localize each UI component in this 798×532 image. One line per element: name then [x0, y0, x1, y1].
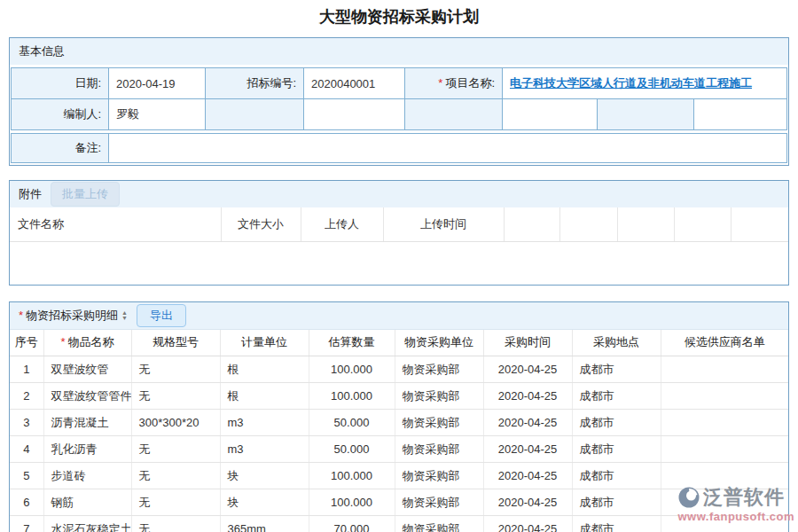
table-row[interactable]: 6钢筋无块100.000物资采购部2020-04-25成都市 [10, 489, 788, 516]
attachments-table: 文件名称文件大小上传人上传时间 [10, 207, 788, 242]
table-cell: 50.000 [309, 436, 395, 463]
table-cell: 100.000 [309, 356, 395, 383]
table-cell: 4 [10, 436, 43, 463]
details-section: * 物资招标采购明细 ▲▼ 导出 序号*物品名称规格型号计量单位估算数量物资采购… [9, 301, 789, 532]
table-cell: 物资采购部 [395, 463, 483, 489]
table-cell: m3 [220, 410, 309, 436]
table-cell: 乳化沥青 [43, 436, 131, 463]
table-cell: 根 [220, 383, 309, 410]
details-col-header: 计量单位 [220, 330, 309, 356]
table-cell [661, 436, 788, 463]
table-cell: 无 [131, 463, 220, 489]
table-cell: 2020-04-25 [483, 516, 572, 532]
table-cell: 根 [220, 356, 309, 383]
attachment-col-header [559, 207, 617, 241]
attachment-col-header: 文件大小 [221, 207, 301, 241]
table-cell: 成都市 [572, 356, 661, 383]
project-name-link[interactable]: 电子科技大学区域人行道及非机动车道工程施工 [510, 76, 752, 90]
attachment-col-header [674, 207, 731, 241]
table-cell: 物资采购部 [395, 516, 483, 532]
details-col-header: 采购地点 [572, 330, 661, 356]
table-row[interactable]: 5步道砖无块100.000物资采购部2020-04-25成都市 [10, 463, 788, 489]
basic-info-section: 基本信息 日期: 2020-04-19 招标编号: 2020040001 *项目… [9, 37, 789, 166]
export-button[interactable]: 导出 [137, 304, 186, 327]
table-cell: 100.000 [309, 489, 395, 516]
table-cell [661, 356, 788, 383]
table-cell: 沥青混凝土 [43, 410, 131, 436]
remark-form: 备注: [11, 133, 787, 163]
project-name-label: *项目名称: [405, 68, 503, 99]
details-col-header: *物品名称 [43, 330, 131, 356]
creator-label: 编制人: [12, 99, 109, 130]
details-col-header: 估算数量 [309, 330, 395, 356]
sort-icon[interactable]: ▲▼ [121, 310, 128, 321]
bid-no-label: 招标编号: [206, 68, 304, 99]
table-cell: 水泥石灰稳定土 [43, 516, 131, 532]
details-section-title: 物资招标采购明细 [26, 308, 118, 324]
table-cell [661, 410, 788, 436]
table-row[interactable]: 3沥青混凝土300*300*20m350.000物资采购部2020-04-25成… [10, 410, 788, 436]
table-cell: 100.000 [309, 463, 395, 489]
bid-no-value: 2020040001 [304, 68, 405, 99]
table-cell: 成都市 [572, 463, 661, 489]
table-cell: 物资采购部 [395, 489, 483, 516]
table-cell: 物资采购部 [395, 436, 483, 463]
table-cell: 3 [10, 410, 43, 436]
details-col-header: 采购时间 [483, 330, 572, 356]
date-label: 日期: [12, 68, 109, 99]
details-col-header: 规格型号 [131, 330, 220, 356]
batch-upload-button[interactable]: 批量上传 [51, 182, 120, 207]
table-cell [661, 463, 788, 489]
table-cell: 1 [10, 356, 43, 383]
table-cell: 2020-04-25 [483, 383, 572, 410]
table-row[interactable]: 7水泥石灰稳定土无365mm70.000物资采购部2020-04-25成都市 [10, 516, 788, 532]
details-col-header: 序号 [10, 330, 43, 356]
attachment-col-header [617, 207, 674, 241]
table-cell: 365mm [220, 516, 309, 532]
table-cell: 物资采购部 [395, 356, 483, 383]
table-cell: 2020-04-25 [483, 436, 572, 463]
table-cell: 双壁波纹管 [43, 356, 131, 383]
table-cell: 无 [131, 489, 220, 516]
table-row[interactable]: 2双壁波纹管管件无根100.000物资采购部2020-04-25成都市 [10, 383, 788, 410]
remark-label: 备注: [12, 134, 109, 163]
attachments-section-title: 附件 [19, 186, 42, 202]
table-row[interactable]: 1双壁波纹管无根100.000物资采购部2020-04-25成都市 [10, 356, 788, 383]
required-asterisk: * [19, 309, 23, 322]
required-asterisk: * [60, 335, 65, 348]
table-cell: 无 [131, 383, 220, 410]
creator-value: 罗毅 [109, 99, 206, 130]
table-cell: 70.000 [309, 516, 395, 532]
empty-label-cell [206, 99, 304, 130]
table-cell: 2020-04-25 [483, 489, 572, 516]
table-cell [661, 383, 788, 410]
table-cell: 物资采购部 [395, 410, 483, 436]
attachment-col-header: 上传时间 [383, 207, 504, 241]
empty-label-cell [598, 99, 694, 130]
details-col-header: 候选供应商名单 [661, 330, 788, 356]
table-cell: 7 [10, 516, 43, 532]
table-cell: 成都市 [572, 436, 661, 463]
table-cell: 6 [10, 489, 43, 516]
table-cell: 2020-04-25 [483, 410, 572, 436]
table-cell: 无 [131, 516, 220, 532]
empty-value-cell [304, 99, 405, 130]
table-cell: 成都市 [572, 410, 661, 436]
table-cell: 2 [10, 383, 43, 410]
project-name-cell: 电子科技大学区域人行道及非机动车道工程施工 [503, 68, 787, 99]
table-cell: 100.000 [309, 383, 395, 410]
attachment-col-header [504, 207, 559, 241]
details-table: 序号*物品名称规格型号计量单位估算数量物资采购单位采购时间采购地点候选供应商名单… [10, 330, 788, 532]
date-value: 2020-04-19 [109, 68, 206, 99]
attachment-col-header [731, 207, 788, 241]
table-cell: 物资采购部 [395, 383, 483, 410]
page-title: 大型物资招标采购计划 [0, 0, 798, 37]
table-cell: 双壁波纹管管件 [43, 383, 131, 410]
basic-info-section-title: 基本信息 [10, 38, 788, 65]
table-cell: 无 [131, 436, 220, 463]
table-cell: 块 [220, 489, 309, 516]
table-row[interactable]: 4乳化沥青无m350.000物资采购部2020-04-25成都市 [10, 436, 788, 463]
table-cell: 50.000 [309, 410, 395, 436]
table-cell: 成都市 [572, 383, 661, 410]
table-cell: 成都市 [572, 489, 661, 516]
